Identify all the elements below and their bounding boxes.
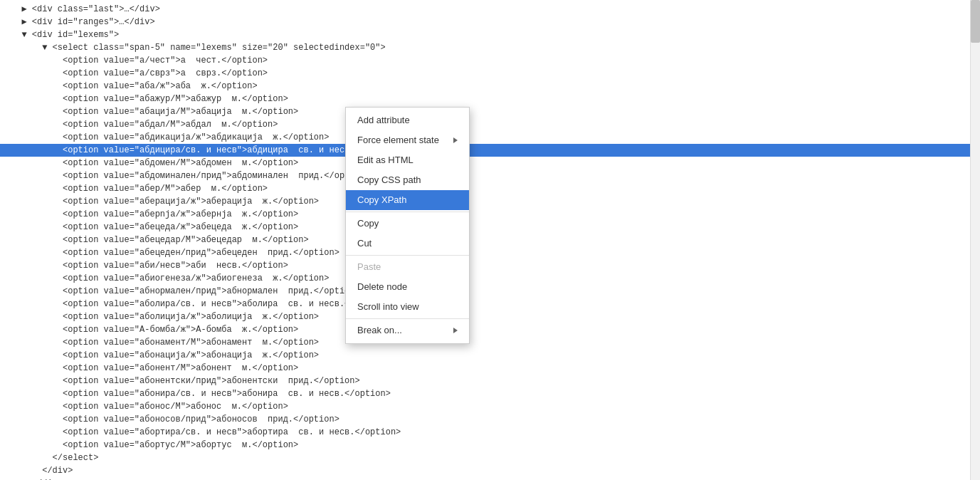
context-menu-divider: [346, 255, 469, 256]
code-line[interactable]: <option value="абдоминален/прид">абдомин…: [0, 169, 970, 182]
code-line[interactable]: <option value="абонира/св. и несв">абони…: [0, 387, 970, 400]
context-menu-item-label: Copy CSS path: [357, 174, 421, 187]
code-line[interactable]: <option value="аби/несв">аби несв.</opti…: [0, 259, 970, 272]
code-line[interactable]: <option value="абонентски/прид">абонентс…: [0, 375, 970, 387]
code-line[interactable]: <option value="аба/ж">аба ж.</option>: [0, 80, 970, 93]
code-line[interactable]: <option value="абортира/св. и несв">абор…: [0, 426, 970, 439]
scrollbar-thumb[interactable]: [971, 0, 980, 43]
context-menu-item-label: Cut: [357, 237, 372, 250]
context-menu-item-edit-as-html[interactable]: Edit as HTML: [346, 150, 469, 170]
code-line[interactable]: <option value="абонос/М">абонос м.</opti…: [0, 400, 970, 413]
context-menu-divider: [346, 318, 469, 319]
context-menu-item-label: Copy XPath: [357, 194, 406, 207]
context-menu[interactable]: Add attributeForce element stateEdit as …: [345, 107, 470, 344]
code-line[interactable]: </div>: [0, 464, 970, 477]
code-line[interactable]: <option value="абнормален/прид">абнормал…: [0, 285, 970, 298]
context-menu-item-label: Scroll into view: [357, 301, 419, 313]
code-line[interactable]: <option value="абажур/М">абажур м.</opti…: [0, 93, 970, 105]
code-line[interactable]: <option value="абонент/М">абонент м.</op…: [0, 362, 970, 375]
code-line[interactable]: <option value="абортус/М">абортус м.</op…: [0, 439, 970, 452]
code-panel: ▶ <div class="last">…</div> ▶ <div id="r…: [0, 0, 970, 480]
code-line[interactable]: <option value="абиогенеза/ж">абиогенеза …: [0, 272, 970, 285]
context-menu-item-label: Force element state: [357, 134, 439, 147]
code-line[interactable]: <option value="а/сврз">а сврз.</option>: [0, 67, 970, 80]
submenu-arrow-icon: [453, 137, 458, 143]
context-menu-divider: [346, 212, 469, 212]
context-menu-item-label: Delete node: [357, 281, 407, 293]
code-line[interactable]: <option value="абдомен/М">абдомен м.</op…: [0, 157, 970, 169]
context-menu-item-break-on[interactable]: Break on...: [346, 320, 469, 340]
context-menu-item-label: Copy: [357, 217, 379, 230]
submenu-arrow-icon: [453, 328, 458, 333]
code-line[interactable]: <option value="абонациjа/ж">абонациjа ж.…: [0, 349, 970, 362]
code-line[interactable]: <option value="А-бомба/ж">А-бомба ж.</op…: [0, 323, 970, 336]
context-menu-item-label: Break on...: [357, 324, 402, 337]
context-menu-item-scroll-into-view[interactable]: Scroll into view: [346, 297, 469, 317]
code-line[interactable]: <option value="абецеда/ж">абецеда ж.</op…: [0, 221, 970, 234]
code-line[interactable]: ▼ <div id="lexems">: [0, 28, 970, 41]
context-menu-item-cut[interactable]: Cut: [346, 234, 469, 254]
code-line[interactable]: <option value="а/чест">а чест.</option>: [0, 54, 970, 67]
context-menu-item-copy[interactable]: Copy: [346, 214, 469, 234]
context-menu-item-label: Paste: [357, 261, 381, 273]
code-line[interactable]: <option value="аболициjа/ж">аболициjа ж.…: [0, 311, 970, 323]
code-line[interactable]: ▼ <select class="span-5" name="lexems" s…: [0, 41, 970, 54]
code-line[interactable]: ▶ <div class="last">…</div>: [0, 3, 970, 16]
context-menu-item-paste: Paste: [346, 257, 469, 277]
context-menu-item-copy-xpath[interactable]: Copy XPath: [346, 190, 469, 210]
code-line[interactable]: <option value="абецеден/прид">абецеден п…: [0, 246, 970, 259]
code-line[interactable]: <option value="абецедар/М">абецедар м.</…: [0, 234, 970, 246]
code-line[interactable]: <option value="абдал/М">абдал м.</option…: [0, 118, 970, 131]
code-line[interactable]: </select>: [0, 452, 970, 464]
code-line[interactable]: <option value="аберnjа/ж">абернjа ж.</op…: [0, 208, 970, 221]
code-line[interactable]: <option value="абоносов/прид">абоносов п…: [0, 413, 970, 426]
code-line[interactable]: <option value="абонамент/М">абонамент м.…: [0, 336, 970, 349]
scrollbar[interactable]: [970, 0, 980, 480]
context-menu-item-copy-css-path[interactable]: Copy CSS path: [346, 170, 469, 190]
context-menu-item-label: Edit as HTML: [357, 154, 413, 167]
context-menu-item-label: Add attribute: [357, 114, 410, 127]
code-line[interactable]: <option value="абер/М">абер м.</option>: [0, 182, 970, 195]
context-menu-item-force-element-state[interactable]: Force element state: [346, 130, 469, 150]
context-menu-item-add-attribute[interactable]: Add attribute: [346, 110, 469, 130]
code-line[interactable]: <option value="абдицира/св. и несв">абди…: [0, 144, 970, 157]
code-line[interactable]: </div>: [0, 477, 970, 480]
code-line[interactable]: <option value="аберациjа/ж">аберациjа ж.…: [0, 195, 970, 208]
code-line[interactable]: ▶ <div id="ranges">…</div>: [0, 16, 970, 28]
code-line[interactable]: <option value="абациja/М">абациjа м.</op…: [0, 105, 970, 118]
code-line[interactable]: <option value="абдикациjа/ж">абдикациjа …: [0, 131, 970, 144]
context-menu-item-delete-node[interactable]: Delete node: [346, 277, 469, 297]
code-line[interactable]: <option value="аболира/св. и несв">аболи…: [0, 298, 970, 311]
